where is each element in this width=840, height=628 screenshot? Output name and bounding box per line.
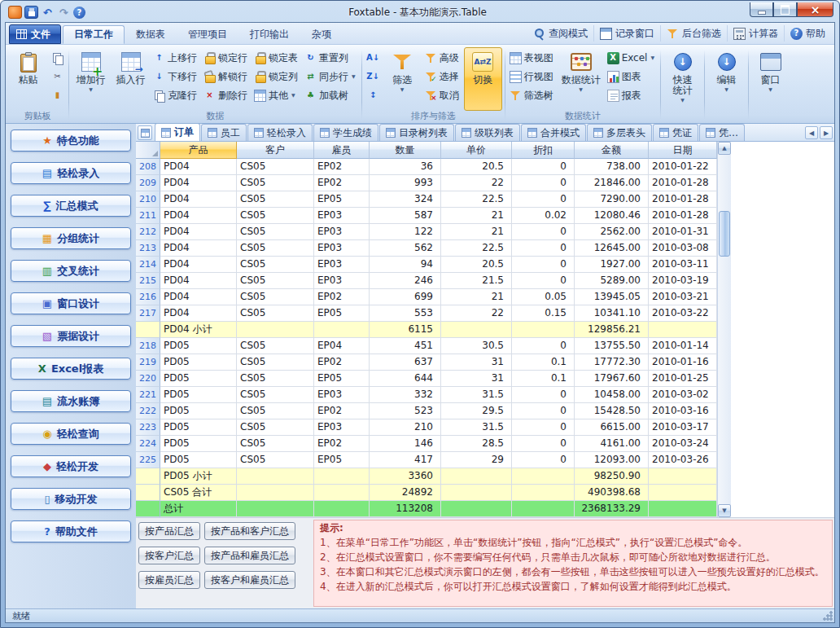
- cell[interactable]: 22: [441, 175, 512, 191]
- cell[interactable]: [512, 501, 575, 517]
- table-row[interactable]: 213PD04CS05EP0356222.5012645.002010-03-0…: [136, 240, 717, 257]
- table-row[interactable]: 221PD05CS05EP0333231.5010458.002010-03-0…: [136, 387, 717, 403]
- cell[interactable]: 2368133.29: [575, 501, 649, 517]
- cell[interactable]: [237, 485, 314, 501]
- column-header-2[interactable]: 客户: [237, 142, 314, 159]
- lock-row-button[interactable]: 锁定行: [202, 49, 251, 67]
- vertical-scrollbar[interactable]: [717, 142, 731, 517]
- switch-button[interactable]: 切换: [464, 47, 502, 111]
- cell[interactable]: PD05: [160, 436, 237, 452]
- column-header-3[interactable]: 雇员: [314, 142, 370, 159]
- table-row[interactable]: 223PD05CS05EP0321031.506615.002010-03-17: [136, 419, 717, 436]
- cell[interactable]: 29: [441, 452, 512, 468]
- reset-column-button[interactable]: ↻重置列: [303, 49, 359, 67]
- cell[interactable]: [441, 322, 512, 338]
- summary-by-customer-button[interactable]: 按客户汇总: [138, 547, 200, 564]
- row-number-cell[interactable]: 221: [136, 387, 160, 403]
- cell[interactable]: PD04 小计: [160, 322, 237, 338]
- cell[interactable]: CS05: [237, 289, 314, 305]
- table-tab-voucher[interactable]: 凭证: [653, 124, 698, 141]
- cell[interactable]: EP02: [314, 289, 370, 305]
- cell[interactable]: EP05: [314, 305, 370, 322]
- cell[interactable]: CS05: [237, 224, 314, 240]
- cell[interactable]: CS05: [237, 159, 314, 175]
- cell[interactable]: 523: [370, 403, 441, 419]
- cell[interactable]: 94: [370, 257, 441, 273]
- grid-corner-cell[interactable]: [136, 142, 160, 159]
- table-tab-employees[interactable]: 员工: [201, 124, 247, 141]
- cell[interactable]: PD04: [160, 224, 237, 240]
- cell[interactable]: 98250.90: [575, 468, 649, 485]
- cell[interactable]: PD05: [160, 354, 237, 371]
- cell[interactable]: PD05: [160, 403, 237, 419]
- cell[interactable]: 0.15: [512, 305, 575, 322]
- cell[interactable]: 20.5: [441, 159, 512, 175]
- scroll-down-button[interactable]: [718, 504, 731, 517]
- sync-row-button[interactable]: ⇄同步行: [303, 68, 359, 86]
- cell[interactable]: CS05: [237, 338, 314, 354]
- cell[interactable]: EP03: [314, 387, 370, 403]
- cell[interactable]: PD04: [160, 305, 237, 322]
- cell[interactable]: 417: [370, 452, 441, 468]
- minimize-button[interactable]: [750, 2, 773, 17]
- cell[interactable]: 24892: [370, 485, 441, 501]
- cell[interactable]: 15428.50: [575, 403, 649, 419]
- cell[interactable]: EP03: [314, 419, 370, 436]
- table-row[interactable]: 224PD05CS05EP0214628.504161.002010-03-24: [136, 436, 717, 452]
- table-row[interactable]: 217PD04CS05EP05553220.1510341.102010-03-…: [136, 305, 717, 322]
- scroll-tabs-right-button[interactable]: [820, 126, 833, 139]
- cell[interactable]: CS05: [237, 452, 314, 468]
- cell[interactable]: [649, 322, 717, 338]
- cell[interactable]: EP02: [314, 354, 370, 371]
- cell[interactable]: PD04: [160, 257, 237, 273]
- cell[interactable]: 2010-03-24: [649, 436, 717, 452]
- cell[interactable]: 2562.00: [575, 224, 649, 240]
- row-number-cell[interactable]: 208: [136, 159, 160, 175]
- cell[interactable]: 21: [441, 224, 512, 240]
- cell[interactable]: 2010-03-22: [649, 305, 717, 322]
- cell[interactable]: 0: [512, 224, 575, 240]
- row-number-cell[interactable]: 225: [136, 452, 160, 468]
- row-number-cell[interactable]: 218: [136, 338, 160, 354]
- sidebar-item-mobile-develop[interactable]: ▯移动开发: [11, 488, 131, 510]
- cell[interactable]: PD04: [160, 208, 237, 224]
- cell[interactable]: PD04: [160, 240, 237, 257]
- cell[interactable]: 699: [370, 289, 441, 305]
- lock-table-button[interactable]: 锁定表: [252, 49, 301, 67]
- row-number-cell[interactable]: [136, 485, 160, 501]
- cell[interactable]: CS05: [237, 419, 314, 436]
- calculator-button[interactable]: 计算器: [727, 25, 784, 42]
- scroll-up-button[interactable]: [718, 142, 731, 155]
- cell[interactable]: PD04: [160, 191, 237, 208]
- cell[interactable]: CS05: [237, 305, 314, 322]
- table-view-button[interactable]: 表视图: [508, 49, 557, 67]
- cell[interactable]: CS05: [237, 371, 314, 387]
- table-row[interactable]: 218PD05CS05EP0445130.5013755.502010-01-1…: [136, 338, 717, 354]
- cell[interactable]: 21: [441, 289, 512, 305]
- row-number-cell[interactable]: 224: [136, 436, 160, 452]
- cell[interactable]: 7290.00: [575, 191, 649, 208]
- column-header-4[interactable]: 数量: [370, 142, 441, 159]
- cell[interactable]: 0.05: [512, 289, 575, 305]
- summary-by-product-button[interactable]: 按产品汇总: [138, 522, 200, 540]
- cell[interactable]: 324: [370, 191, 441, 208]
- row-number-cell[interactable]: 223: [136, 419, 160, 436]
- cell[interactable]: 30.5: [441, 338, 512, 354]
- table-row[interactable]: 212PD04CS05EP031222102562.002010-01-31: [136, 224, 717, 240]
- cell[interactable]: PD05: [160, 387, 237, 403]
- cell[interactable]: PD04: [160, 159, 237, 175]
- cell[interactable]: 总计: [160, 501, 237, 517]
- tab-data-table[interactable]: 数据表: [125, 25, 177, 44]
- cell[interactable]: 12093.00: [575, 452, 649, 468]
- cell[interactable]: CS05: [237, 257, 314, 273]
- scrollbar-thumb[interactable]: [719, 211, 730, 257]
- view-mode-button[interactable]: 查阅模式: [527, 25, 593, 42]
- advanced-filter-button[interactable]: 高级: [423, 49, 462, 67]
- table-row[interactable]: CS05 合计24892490398.68: [136, 485, 717, 501]
- cell[interactable]: PD05 小计: [160, 468, 237, 485]
- cell[interactable]: 332: [370, 387, 441, 403]
- cell[interactable]: PD04: [160, 175, 237, 191]
- cell[interactable]: 0: [512, 175, 575, 191]
- cell[interactable]: 36: [370, 159, 441, 175]
- cell[interactable]: 2010-03-26: [649, 452, 717, 468]
